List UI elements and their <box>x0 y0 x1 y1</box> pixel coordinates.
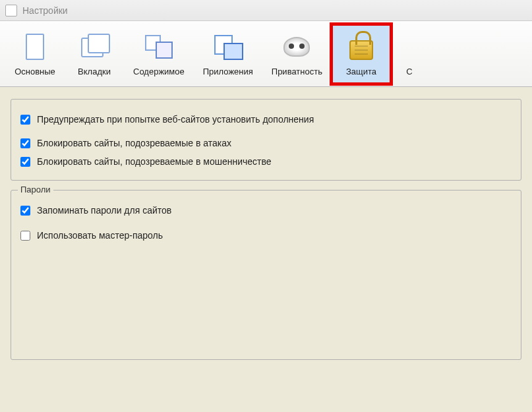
tab-tabs-label: Вкладки <box>78 67 111 76</box>
checkbox-row-block-attack: Блокировать сайты, подозреваемые в атака… <box>20 134 512 152</box>
label-master-password: Использовать мастер-пароль <box>37 230 163 241</box>
next-icon <box>394 31 425 63</box>
checkbox-row-block-fraud: Блокировать сайты, подозреваемые в мошен… <box>20 152 512 171</box>
label-block-fraud: Блокировать сайты, подозреваемые в мошен… <box>37 156 272 167</box>
window-title: Настройки <box>22 5 68 16</box>
checkbox-warn-addons[interactable] <box>20 115 30 125</box>
tab-security-label: Защита <box>346 67 376 76</box>
window-icon <box>5 5 17 16</box>
tab-security[interactable]: Защита <box>332 24 391 84</box>
tab-general[interactable]: Основные <box>5 24 65 84</box>
lock-icon <box>345 31 377 63</box>
tab-content[interactable]: Содержимое <box>124 24 194 84</box>
tab-privacy[interactable]: Приватность <box>262 24 332 84</box>
tab-content-label: Содержимое <box>133 67 185 76</box>
label-remember-passwords: Запоминать пароли для сайтов <box>37 205 171 216</box>
checkbox-master-password[interactable] <box>20 231 30 241</box>
checkbox-row-master: Использовать мастер-пароль <box>20 226 512 245</box>
label-block-attack: Блокировать сайты, подозреваемые в атака… <box>37 138 231 148</box>
tab-apps-label: Приложения <box>203 67 253 76</box>
passwords-group-title: Пароли <box>18 185 53 194</box>
checkbox-block-attack[interactable] <box>20 138 30 148</box>
content-icon <box>143 31 175 63</box>
checkbox-row-remember: Запоминать пароли для сайтов <box>20 201 512 220</box>
general-icon <box>19 31 51 63</box>
tab-tabs[interactable]: Вкладки <box>65 24 124 84</box>
apps-icon <box>212 31 244 63</box>
tab-apps[interactable]: Приложения <box>194 24 262 84</box>
tab-next-label: С <box>406 67 412 76</box>
tab-general-label: Основные <box>15 67 55 76</box>
privacy-icon <box>281 31 312 63</box>
tabs-icon <box>78 31 110 63</box>
content-area: Предупреждать при попытке веб-сайтов уст… <box>0 87 532 381</box>
tab-privacy-label: Приватность <box>272 67 322 76</box>
settings-toolbar: Основные Вкладки Содержимое Приложения П… <box>0 21 532 87</box>
security-group: Предупреждать при попытке веб-сайтов уст… <box>11 99 521 181</box>
checkbox-block-fraud[interactable] <box>20 157 30 167</box>
label-warn-addons: Предупреждать при попытке веб-сайтов уст… <box>37 114 314 125</box>
passwords-group: Пароли Запоминать пароли для сайтов Испо… <box>11 190 521 360</box>
checkbox-row-warn-addons: Предупреждать при попытке веб-сайтов уст… <box>20 110 512 129</box>
checkbox-remember-passwords[interactable] <box>20 206 30 216</box>
titlebar: Настройки <box>0 0 532 21</box>
tab-next-cut[interactable]: С <box>391 24 428 84</box>
